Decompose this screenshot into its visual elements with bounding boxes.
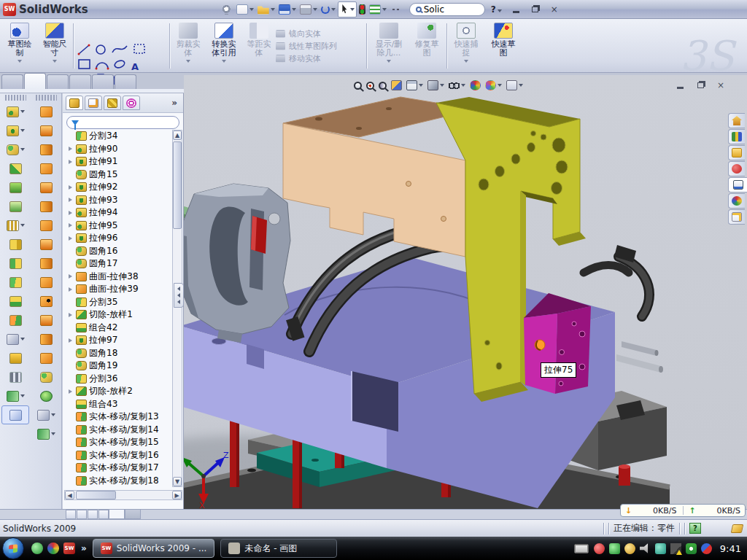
tree-item[interactable]: 圆角15 (64, 168, 171, 182)
expand-arrow-icon[interactable] (67, 274, 74, 279)
expand-arrow-icon[interactable] (67, 185, 74, 190)
quick-snaps-button[interactable]: 快速捕 捉 (449, 20, 483, 70)
feature-toolbar-button[interactable] (1, 330, 29, 349)
tab-nav-button[interactable] (77, 510, 87, 519)
heads-up-icon[interactable] (448, 79, 466, 91)
search-value[interactable]: Solic (424, 4, 444, 15)
task-pane-tab[interactable] (728, 193, 745, 209)
heads-up-icon[interactable] (378, 81, 387, 90)
feature-toolbar-button[interactable] (1, 216, 29, 235)
expand-arrow-icon[interactable] (67, 160, 74, 164)
quick-tips-button[interactable]: ? (689, 523, 701, 534)
feature-toolbar-button[interactable] (1, 121, 29, 140)
minimize-button[interactable] (509, 4, 524, 15)
tree-item[interactable]: 拉伸96 (64, 232, 171, 245)
part-insert-block[interactable] (524, 293, 591, 394)
tree-item[interactable]: 分割34 (64, 130, 171, 143)
tree-item[interactable]: 圆角19 (64, 359, 171, 373)
rapid-sketch-button[interactable]: 快速草 图 (486, 20, 521, 70)
solidworks-launch-icon[interactable]: SW (63, 542, 75, 554)
tree-item[interactable]: 曲面-拉伸39 (64, 283, 171, 296)
panel-overflow-button[interactable]: » (171, 98, 180, 108)
close-button[interactable]: × (547, 4, 562, 15)
part-hose-right[interactable] (584, 245, 649, 316)
feature-toolbar-button[interactable] (1, 292, 29, 311)
panel-splitter[interactable] (174, 283, 184, 308)
mold-toolbar-button[interactable] (32, 159, 60, 178)
sketch-button[interactable]: 草图绘 制 (3, 20, 36, 70)
tray-icon[interactable] (594, 543, 605, 554)
tree-item[interactable]: 曲面-拉伸38 (64, 271, 171, 284)
mold-toolbar-button[interactable] (32, 386, 60, 405)
manager-tab[interactable] (66, 96, 83, 110)
tree-item[interactable]: 圆角17 (64, 257, 171, 271)
tree-item[interactable]: 实体-移动/复制17 (64, 462, 171, 475)
quick-access-icon[interactable] (389, 1, 403, 18)
task-pane-tab[interactable] (728, 209, 745, 225)
quick-launch-overflow[interactable]: » (81, 543, 87, 553)
quick-access-icon[interactable] (277, 1, 298, 18)
mold-toolbar-button[interactable] (32, 216, 60, 235)
feature-toolbar-button[interactable] (1, 349, 29, 368)
tree-item[interactable]: 圆角16 (64, 245, 171, 258)
graphics-viewport[interactable]: Y Z X × 拉伸75 (184, 75, 747, 509)
taskbar-clock[interactable]: 9:41 (720, 543, 741, 554)
menu-item[interactable] (195, 7, 209, 12)
tree-item[interactable]: 拉伸97 (64, 334, 171, 347)
quick-access-icon[interactable] (320, 1, 337, 18)
taskbar-window-button[interactable]: SW SolidWorks 2009 - ... (93, 539, 215, 558)
expand-arrow-icon[interactable] (67, 211, 74, 215)
tree-item[interactable]: 实体-移动/复制13 (64, 411, 171, 424)
ribbon-tab[interactable] (47, 74, 69, 89)
tree-item[interactable]: 分割36 (64, 373, 171, 386)
quick-launch-icon[interactable] (31, 542, 43, 554)
menu-item[interactable] (179, 7, 193, 12)
display-delete-relations-button[interactable]: 显示/删 除几... (371, 20, 407, 70)
tree-item[interactable]: 拉伸94 (64, 206, 171, 219)
heads-up-icon[interactable] (506, 79, 524, 91)
tree-item[interactable]: 实体-移动/复制15 (64, 436, 171, 449)
mold-toolbar-button[interactable] (32, 140, 60, 159)
mold-toolbar-button[interactable] (32, 197, 60, 216)
mold-toolbar-button[interactable] (32, 273, 60, 292)
tree-item[interactable]: 拉伸90 (64, 143, 171, 156)
convert-entities-button[interactable]: 转换实 体引用 (206, 20, 242, 70)
mold-toolbar-button[interactable] (32, 235, 60, 254)
expand-arrow-icon[interactable] (67, 223, 74, 228)
feature-toolbar-button[interactable] (1, 273, 29, 292)
ribbon-tab[interactable] (69, 74, 91, 89)
quick-access-icon[interactable] (357, 1, 367, 18)
quick-access-icon[interactable] (256, 1, 276, 18)
mold-toolbar-button[interactable] (32, 254, 60, 273)
expand-arrow-icon[interactable] (67, 338, 74, 343)
tree-item[interactable]: 分割35 (64, 296, 171, 309)
tab-nav-button[interactable] (66, 510, 76, 519)
tree-item[interactable]: 切除-放样1 (64, 308, 171, 322)
mold-toolbar-button[interactable] (32, 121, 60, 140)
feature-toolbar-button[interactable] (1, 386, 29, 405)
task-pane-tab[interactable] (728, 177, 747, 192)
start-button[interactable] (2, 537, 24, 559)
doc-restore-button[interactable] (693, 79, 708, 90)
offset-entities-button[interactable]: 等距实 体 (244, 20, 274, 70)
expand-arrow-icon[interactable] (67, 147, 74, 151)
quick-access-icon[interactable] (298, 1, 319, 18)
mirror-entities-button[interactable]: 镜向实体 (276, 28, 351, 40)
search-box[interactable]: Solic (409, 3, 485, 16)
mold-toolbar-button[interactable] (32, 424, 60, 443)
feature-toolbar-button[interactable] (1, 159, 29, 178)
menu-item[interactable] (163, 7, 177, 12)
tray-icon[interactable] (670, 543, 681, 554)
scroll-up-button[interactable]: ▲ (173, 131, 182, 140)
vertical-scroll-thumb[interactable] (173, 141, 182, 229)
heads-up-icon[interactable] (390, 79, 403, 91)
tree-item[interactable]: 实体-移动/复制16 (64, 449, 171, 462)
feature-toolbar-button[interactable] (1, 311, 29, 330)
tree-item[interactable]: 拉伸95 (64, 219, 171, 233)
mold-toolbar-button[interactable] (32, 368, 60, 386)
mold-toolbar-button[interactable] (32, 178, 60, 197)
manager-tab[interactable] (104, 96, 121, 110)
tray-icon[interactable] (655, 543, 666, 554)
menu-item[interactable] (147, 7, 161, 12)
heads-up-icon[interactable] (484, 79, 503, 91)
